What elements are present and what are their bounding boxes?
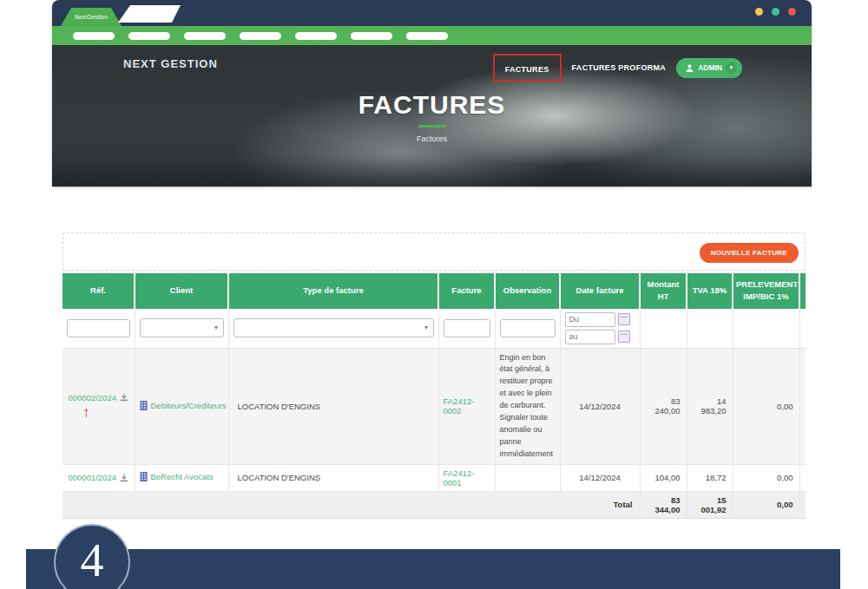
user-icon (685, 63, 694, 73)
table-actions-panel: NOUVELLE FACTURE (62, 232, 806, 271)
new-invoice-button[interactable]: NOUVELLE FACTURE (700, 243, 799, 263)
filter-type-select[interactable]: ▼ (233, 318, 434, 337)
total-row: Total 83 344,00 15 001,92 0,00 (62, 491, 806, 518)
select-caret-icon: ▼ (424, 324, 430, 330)
column-prelevement: PRELEVEMENT IMP/BIC 1% (733, 273, 799, 309)
observation-cell (495, 464, 560, 491)
client-link[interactable]: BeRecht Avocats (151, 472, 214, 481)
admin-label: ADMIN (698, 63, 722, 72)
step-number: 4 (81, 537, 104, 584)
client-link[interactable]: Debiteurs/Crediteurs (151, 401, 227, 410)
browser-tab-blank[interactable] (118, 5, 181, 23)
prelevement-cell: 0,00 (733, 464, 799, 491)
date-cell: 14/12/2024 (560, 348, 640, 464)
step-badge: 4 (54, 524, 130, 589)
nav-pill-placeholder[interactable] (73, 32, 115, 40)
annotation-arrow-icon: ↑ (62, 405, 118, 420)
annotation-highlight-box: FACTURES (493, 54, 562, 82)
hero-banner: NEXT GESTION FACTURES FACTURES PROFORMA … (52, 45, 812, 187)
column-montant-ht: Montant HT (640, 273, 687, 309)
column-ref: Réf. (62, 273, 135, 309)
nav-item-factures-proforma[interactable]: FACTURES PROFORMA (572, 63, 667, 72)
download-icon[interactable] (120, 393, 128, 402)
chevron-down-icon: ▾ (726, 62, 737, 74)
column-facture: Facture (438, 273, 495, 309)
montant-ht-cell: 104,00 (640, 464, 687, 491)
window-maximize-icon[interactable] (772, 8, 779, 16)
facture-number-link[interactable]: FA2412-0001 (444, 468, 475, 488)
filter-observation-input[interactable] (500, 319, 556, 337)
total-montant-ht: 83 344,00 (640, 491, 687, 518)
filter-ref-input[interactable] (67, 319, 130, 337)
calendar-icon[interactable] (618, 330, 630, 343)
window-title-bar: NextGestion (52, 0, 812, 26)
brand-title: NEXT GESTION (123, 57, 218, 70)
prelevement-cell: 0,00 (733, 348, 799, 464)
nav-pill-placeholder[interactable] (184, 32, 226, 40)
column-type: Type de facture (228, 273, 438, 309)
montant-ht-cell: 83 240,00 (640, 348, 687, 464)
nav-pill-placeholder[interactable] (240, 32, 281, 40)
nav-pill-placeholder[interactable] (351, 32, 392, 40)
column-client: Client (135, 273, 228, 309)
browser-window: NextGestion NEXT GESTION FACTURES FACTUR… (52, 0, 812, 187)
filter-facture-input[interactable] (444, 319, 490, 337)
tva-cell: 18,72 (687, 464, 733, 491)
select-caret-icon: ▼ (214, 324, 220, 330)
filter-client-select[interactable]: ▼ (140, 318, 224, 337)
window-close-icon[interactable] (788, 8, 796, 16)
nav-pill-placeholder[interactable] (128, 32, 170, 40)
page-title: FACTURES (358, 90, 506, 120)
column-observation: Observation (495, 273, 560, 309)
column-date: Date facture (560, 273, 640, 309)
column-clipped (799, 273, 806, 309)
filter-date-to-input[interactable] (565, 330, 615, 344)
window-minimize-icon[interactable] (755, 8, 763, 16)
invoice-type-cell: LOCATION D'ENGINS (228, 348, 438, 464)
filter-row: ▼ ▼ (62, 309, 806, 349)
invoice-row: 000001/2024 (62, 464, 806, 491)
total-tva: 15 001,92 (687, 491, 733, 518)
admin-menu-button[interactable]: ADMIN ▾ (676, 58, 742, 78)
invoice-row: 000002/2024 ↑ (62, 348, 806, 464)
table-header-row: Réf. Client Type de facture Facture Obse… (62, 273, 806, 309)
facture-number-link[interactable]: FA2412-0002 (444, 396, 475, 416)
page-subtitle: Factures (417, 134, 447, 143)
nav-item-factures[interactable]: FACTURES (505, 65, 549, 74)
filter-date-range (565, 312, 635, 344)
total-label: Total (62, 491, 640, 518)
browser-tab-active[interactable]: NextGestion (61, 8, 122, 26)
bottom-banner (26, 549, 840, 589)
building-icon (140, 472, 148, 481)
nav-pill-placeholder[interactable] (295, 32, 337, 40)
total-prelevement: 0,00 (733, 491, 799, 518)
invoice-ref-link[interactable]: 000002/2024 (69, 393, 116, 402)
window-controls (755, 8, 796, 16)
main-nav: FACTURES FACTURES PROFORMA ADMIN ▾ (493, 54, 742, 82)
title-underline (418, 125, 446, 128)
invoices-table: Réf. Client Type de facture Facture Obse… (62, 273, 806, 519)
column-tva: TVA 18% (687, 273, 733, 309)
date-cell: 14/12/2024 (560, 464, 640, 491)
building-icon (140, 401, 148, 410)
invoice-ref-link[interactable]: 000001/2024 (69, 473, 116, 482)
nav-pill-placeholder[interactable] (406, 32, 448, 40)
observation-cell: Engin en bon état général, à restituer p… (495, 348, 560, 464)
bookmarks-bar (52, 26, 812, 45)
calendar-icon[interactable] (618, 313, 630, 325)
tab-title: NextGestion (75, 14, 108, 20)
tva-cell: 14 983,20 (687, 348, 733, 464)
invoice-type-cell: LOCATION D'ENGINS (228, 464, 438, 491)
filter-date-from-input[interactable] (565, 312, 615, 327)
download-icon[interactable] (120, 474, 128, 482)
